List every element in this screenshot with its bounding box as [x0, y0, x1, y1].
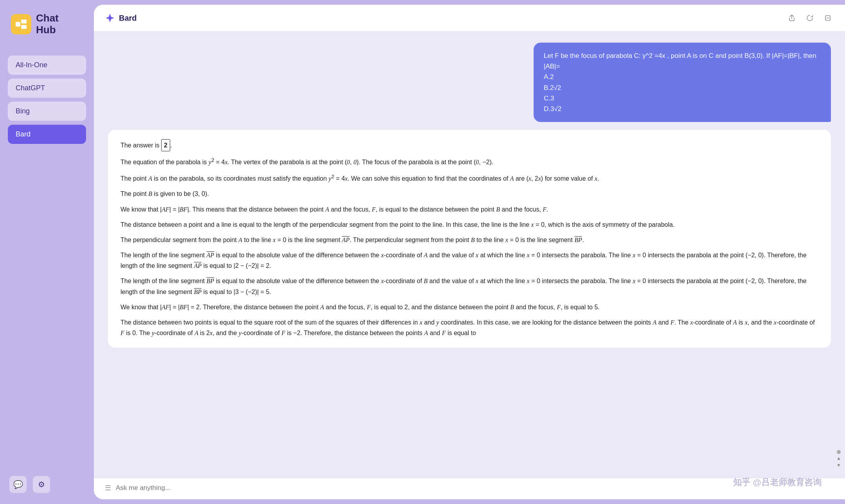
chat-title: Bard [119, 14, 782, 23]
bard-diamond-icon [105, 13, 115, 23]
input-area: ☰ [94, 478, 845, 499]
svg-rect-2 [21, 25, 27, 29]
user-message-line-4: C.3 [544, 93, 821, 104]
chat-icon-button[interactable]: 💬 [9, 476, 27, 493]
answer-value: 2 [161, 139, 170, 151]
response-p9: We know that |AF| = |BF| = 2. Therefore,… [120, 302, 818, 312]
user-message-line-3: B.2√2 [544, 83, 821, 93]
response-p1: The equation of the parabola is y2 = 4x.… [120, 156, 818, 168]
response-p2: The point A is on the parabola, so its c… [120, 172, 818, 184]
sidebar-item-bing[interactable]: Bing [8, 102, 86, 121]
nav-items: All-In-One ChatGPT Bing Bard [8, 56, 86, 473]
chat-input[interactable] [116, 484, 834, 492]
logo-area: ChatHub [8, 13, 86, 36]
sidebar-bottom: 💬 ⚙ [8, 473, 86, 496]
refresh-button[interactable] [804, 12, 816, 24]
ai-response-block: The answer is 2. The equation of the par… [108, 130, 831, 348]
input-prefix-icon: ☰ [105, 484, 111, 492]
scroll-down-arrow[interactable]: ▼ [836, 463, 841, 468]
sidebar-item-bard[interactable]: Bard [8, 125, 86, 144]
sidebar-item-chatgpt[interactable]: ChatGPT [8, 79, 86, 98]
scroll-dot [837, 450, 841, 454]
svg-rect-0 [16, 22, 20, 27]
response-p3: The point B is given to be (3, 0). [120, 188, 818, 199]
app-logo-icon [11, 14, 31, 34]
response-p5: The distance between a point and a line … [120, 219, 818, 230]
response-p6: The perpendicular segment from the point… [120, 235, 818, 245]
response-p4: We know that |AF| = |BF|. This means tha… [120, 204, 818, 215]
sidebar: ChatHub All-In-One ChatGPT Bing Bard 💬 ⚙ [0, 0, 94, 504]
answer-line: The answer is 2. [120, 139, 818, 151]
user-message-line-1: Let F be the focus of parabola C: y^2 =4… [544, 50, 821, 72]
user-message-line-2: A.2 [544, 72, 821, 82]
share-button[interactable] [786, 12, 798, 24]
response-p8: The length of the line segment BP is equ… [120, 276, 818, 297]
header-actions [786, 12, 834, 24]
app-logo-text: ChatHub [36, 13, 59, 36]
chat-messages: Let F be the focus of parabola C: y^2 =4… [94, 32, 845, 478]
scroll-indicator: ▲ ▼ [836, 450, 841, 468]
settings-icon-button[interactable]: ⚙ [33, 476, 50, 493]
user-message-bubble: Let F be the focus of parabola C: y^2 =4… [534, 43, 831, 122]
response-p7: The length of the line segment AP is equ… [120, 250, 818, 271]
minimize-button[interactable] [822, 12, 834, 24]
sidebar-item-all-in-one[interactable]: All-In-One [8, 56, 86, 75]
user-message-line-5: D.3√2 [544, 104, 821, 114]
scroll-up-arrow[interactable]: ▲ [836, 456, 841, 461]
main-chat-panel: Bard Let F be the focus [94, 5, 845, 499]
chat-header: Bard [94, 5, 845, 32]
response-p10: The distance between two points is equal… [120, 317, 818, 338]
svg-rect-1 [21, 20, 27, 23]
